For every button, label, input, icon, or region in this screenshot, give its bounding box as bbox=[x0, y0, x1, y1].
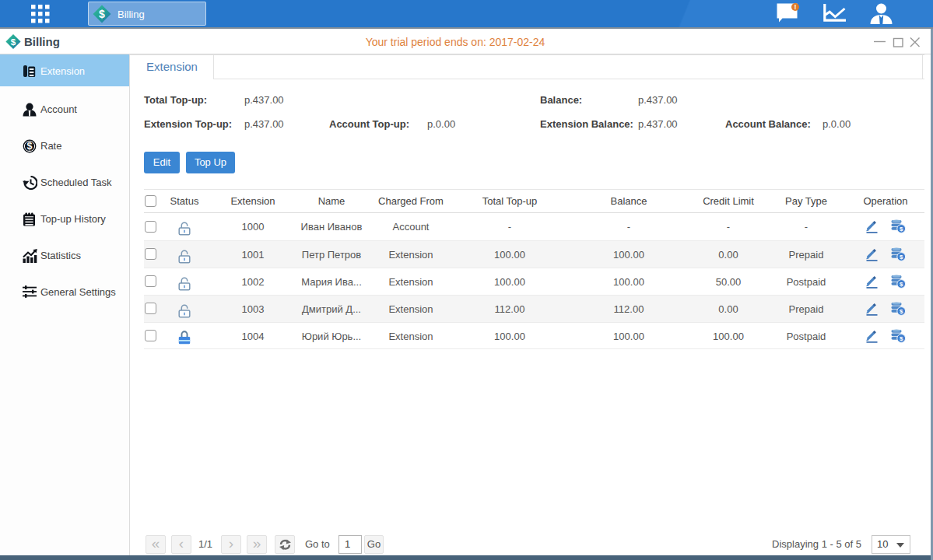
svg-text:!: ! bbox=[794, 3, 797, 11]
svg-text:$: $ bbox=[27, 141, 33, 152]
svg-text:$: $ bbox=[99, 8, 105, 20]
